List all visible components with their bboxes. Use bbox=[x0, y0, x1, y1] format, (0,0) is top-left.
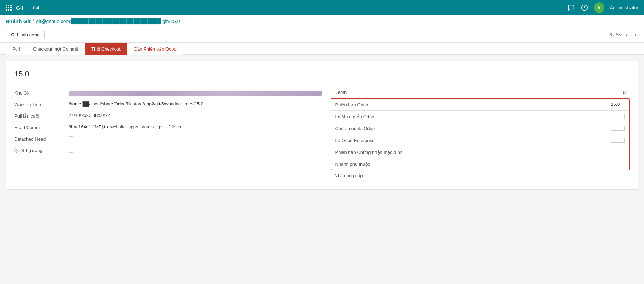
field-pull-lan-cuoi: Pull lần cuối 27/10/2022 08:50:22 bbox=[14, 110, 322, 121]
field-head-commit: Head Commit 8bac164e1 [IMP] to_website_a… bbox=[14, 121, 322, 133]
breadcrumb-title[interactable]: Nhánh Git bbox=[6, 18, 31, 24]
section-title: 15.0 bbox=[14, 69, 630, 79]
value-pull-lan-cuoi: 27/10/2022 08:50:22 bbox=[69, 113, 322, 118]
field-kho-git: Kho Git bbox=[14, 87, 322, 98]
tab-checkout-commit[interactable]: Checkout một Commit bbox=[26, 43, 85, 55]
field-nhanh-phu-thuoc: Nhánh phụ thuộc bbox=[331, 158, 629, 170]
tab-gan-phien-ban[interactable]: Gán Phiên bản Odoo bbox=[127, 43, 183, 55]
label-nhanh-phu-thuoc: Nhánh phụ thuộc bbox=[335, 161, 606, 167]
grid-menu-icon[interactable] bbox=[6, 5, 12, 11]
app-name[interactable]: Git bbox=[16, 5, 23, 11]
label-la-ma-nguon-odoo: Là Mã nguồn Odoo bbox=[335, 113, 606, 119]
breadcrumb-separator: / bbox=[33, 18, 34, 24]
label-phien-ban-chung-nhan: Phiên bản Chứng nhận mặc định bbox=[335, 149, 606, 155]
tab-thoi-checkout[interactable]: Thôi Checkout bbox=[85, 43, 127, 55]
label-working-tree: Working Tree bbox=[14, 101, 63, 107]
label-depth: Depth bbox=[335, 90, 618, 95]
label-pull-lan-cuoi: Pull lần cuối bbox=[14, 113, 63, 119]
breadcrumb-sub-link[interactable]: git@github.com:█████████████████████████… bbox=[36, 18, 180, 24]
label-detached-head: Detached Head bbox=[14, 136, 63, 142]
action-button[interactable]: ⚙ Hành động bbox=[6, 30, 45, 39]
prev-page-button[interactable]: ‹ bbox=[623, 31, 629, 39]
value-head-commit: 8bac164e1 [IMP] to_website_apps_store: e… bbox=[69, 124, 322, 129]
username[interactable]: Administrator bbox=[610, 5, 638, 10]
field-quet-tu-dong: Quét Tự động bbox=[14, 144, 322, 156]
value-phien-ban-odoo: 15.0 bbox=[611, 102, 625, 107]
menu-name[interactable]: Git bbox=[33, 5, 39, 10]
field-working-tree: Working Tree /home/██/.local/share/Odoo/… bbox=[14, 98, 322, 110]
field-phien-ban-odoo: Phiên bản Odoo 15.0 bbox=[331, 99, 629, 111]
topbar: Git Git A Administrator bbox=[0, 0, 644, 15]
value-working-tree: /home/██/.local/share/Odoo/filestore/app… bbox=[69, 101, 322, 106]
avatar-letter: A bbox=[597, 5, 600, 10]
right-panel-bordered: Phiên bản Odoo 15.0 Là Mã nguồn Odoo Chứ… bbox=[331, 98, 630, 170]
label-kho-git: Kho Git bbox=[14, 90, 63, 96]
avatar[interactable]: A bbox=[594, 2, 604, 13]
value-kho-git bbox=[69, 91, 322, 96]
clock-icon[interactable] bbox=[581, 4, 588, 12]
form-grid: Kho Git Working Tree /home/██/.local/sha… bbox=[14, 87, 630, 181]
field-detached-head: Detached Head bbox=[14, 133, 322, 144]
breadcrumb-bar: Nhánh Git / git@github.com:█████████████… bbox=[0, 15, 644, 27]
field-chua-module-odoo: Chứa module Odoo bbox=[331, 122, 629, 134]
checkbox-chua-module-odoo[interactable] bbox=[611, 126, 625, 131]
field-la-ma-nguon-odoo: Là Mã nguồn Odoo bbox=[331, 111, 629, 122]
field-la-odoo-enterprise: Là Odoo Enterprise bbox=[331, 134, 629, 146]
next-page-button[interactable]: › bbox=[633, 31, 638, 39]
form-left: Kho Git Working Tree /home/██/.local/sha… bbox=[14, 87, 322, 181]
form-right: Depth 0 Phiên bản Odoo 15.0 Là Mã nguồn … bbox=[322, 87, 630, 181]
main-content: 15.0 Kho Git Working Tree /home/██/.loca… bbox=[6, 61, 638, 190]
pagination-text: 6 / 66 bbox=[610, 32, 621, 37]
value-depth: 0 bbox=[623, 90, 626, 95]
field-phien-ban-chung-nhan: Phiên bản Chứng nhận mặc định bbox=[331, 146, 629, 158]
checkbox-quet-tu-dong[interactable] bbox=[69, 148, 73, 153]
action-button-label: Hành động bbox=[17, 32, 39, 37]
checkbox-la-odoo-enterprise[interactable] bbox=[611, 138, 625, 143]
checkbox-detached-head[interactable] bbox=[69, 136, 73, 141]
gear-icon: ⚙ bbox=[11, 32, 15, 37]
label-head-commit: Head Commit bbox=[14, 124, 63, 130]
label-nha-cung-cap: Nhà cung cấp bbox=[335, 173, 626, 178]
label-chua-module-odoo: Chứa module Odoo bbox=[335, 125, 606, 131]
label-quet-tu-dong: Quét Tự động bbox=[14, 147, 63, 153]
field-depth: Depth 0 bbox=[331, 87, 630, 98]
action-bar: ⚙ Hành động 6 / 66 ‹ › bbox=[0, 27, 644, 43]
label-la-odoo-enterprise: Là Odoo Enterprise bbox=[335, 137, 606, 143]
topbar-right: A Administrator bbox=[567, 2, 638, 13]
tab-bar: Pull Checkout một Commit Thôi Checkout G… bbox=[0, 43, 644, 55]
field-nha-cung-cap: Nhà cung cấp bbox=[331, 170, 630, 181]
tab-pull[interactable]: Pull bbox=[6, 43, 26, 55]
label-phien-ban-odoo: Phiên bản Odoo bbox=[335, 102, 606, 107]
checkbox-la-ma-nguon-odoo[interactable] bbox=[611, 114, 625, 119]
chat-icon[interactable] bbox=[567, 4, 575, 12]
pagination: 6 / 66 ‹ › bbox=[610, 31, 638, 39]
